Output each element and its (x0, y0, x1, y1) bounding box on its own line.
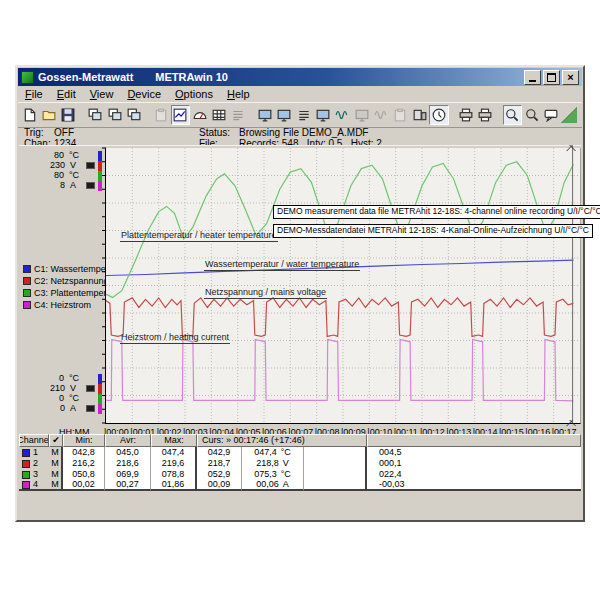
header-cursor: Curs: » 00:17:46 (+17:46) (197, 434, 367, 447)
device-connect-button[interactable] (256, 105, 275, 125)
close-button[interactable]: × (562, 70, 579, 85)
minimize-button[interactable] (524, 70, 541, 85)
scale-row: 80°C (19, 170, 95, 180)
window-arrange-button[interactable] (124, 105, 143, 125)
scale-row: 0°C (19, 393, 95, 403)
cell-avr: 218,6 (105, 458, 151, 469)
header-min: Min: (63, 434, 105, 447)
header-blank (367, 434, 581, 447)
chart-panel: 80°C230V80°C8A C1: Wassertempe.C2: Netzs… (19, 145, 581, 435)
legend-swatch (23, 277, 31, 285)
plot-area[interactable]: Plattentemperatur / heater temperatureWa… (105, 148, 581, 424)
channel-range-bar (98, 171, 102, 181)
cell-spare (304, 458, 367, 469)
cell-cursor-start: 042,9 (197, 447, 242, 458)
print-button[interactable] (456, 105, 475, 125)
close-icon: × (567, 72, 573, 83)
channel-range-bar (98, 161, 102, 171)
minimize-icon (529, 80, 536, 82)
file-open-button[interactable] (39, 105, 58, 125)
device-monitor-button[interactable] (313, 105, 332, 125)
menu-help[interactable]: Help (220, 87, 257, 101)
row-channel-2[interactable]: 2 (19, 458, 49, 469)
legend-c2[interactable]: C2: Netzspannung (23, 275, 109, 287)
zoom-mode-button[interactable] (503, 105, 522, 125)
menu-view[interactable]: View (83, 87, 121, 101)
row-channel-1[interactable]: 1 (19, 447, 49, 458)
colorbar-bottom (98, 374, 102, 414)
window-tile-button[interactable] (105, 105, 124, 125)
cell-delta: 000,1 (367, 458, 455, 469)
toolbar-separator (449, 106, 457, 124)
meter-icon (86, 182, 95, 189)
device-memory-button[interactable] (294, 105, 313, 125)
annotations-button[interactable] (541, 105, 560, 125)
annotation-box[interactable]: DEMO-Messdatendatei METRAhit 12-18S: 4-K… (273, 224, 593, 238)
cell-min: 050,8 (63, 469, 105, 480)
meter-icon (86, 385, 95, 392)
row-channel-4[interactable]: 4 (19, 480, 49, 491)
header-check[interactable]: ✔ (49, 434, 63, 447)
device-upload-button[interactable] (352, 105, 371, 125)
legend-c3[interactable]: C3: Plattentemper. (23, 287, 109, 299)
scales-bottom: 0°C210V0°C0A (19, 373, 95, 413)
cell-max: 219,6 (151, 458, 197, 469)
menu-device[interactable]: Device (120, 87, 168, 101)
cell-unit: V (283, 458, 289, 469)
cell-mode: M (49, 447, 63, 458)
device-multi-button[interactable] (410, 105, 429, 125)
maximize-button[interactable] (543, 70, 560, 85)
cell-min: 042,8 (63, 447, 105, 458)
cell-spare (304, 447, 367, 458)
channel-range-bar (98, 374, 102, 384)
cell-delta: 022,4 (367, 469, 455, 480)
view-multimeter-button[interactable] (190, 105, 209, 125)
meter-icon (86, 405, 95, 412)
menu-edit[interactable]: Edit (50, 87, 83, 101)
legend-c4[interactable]: C4: Heizstrom (23, 299, 109, 311)
device-settings-button[interactable] (275, 105, 294, 125)
print-setup-button[interactable] (476, 105, 495, 125)
device-signal-button[interactable] (333, 105, 352, 125)
cursor-table: Channel✔Min:Avr:Max:Curs: » 00:17:46 (+1… (19, 434, 581, 491)
device-download-button[interactable] (371, 105, 390, 125)
view-statistics-button[interactable] (228, 105, 247, 125)
channel-color-swatch (22, 481, 30, 489)
status-triangle-icon (561, 107, 577, 124)
app-window: Gossen-Metrawatt METRAwin 10 × FileEditV… (15, 65, 585, 522)
copy-button[interactable] (151, 105, 170, 125)
toolbar-separator (144, 106, 152, 124)
scales-top: 80°C230V80°C8A (19, 150, 95, 190)
cell-spare (304, 480, 367, 491)
cell-max: 01,86 (151, 480, 197, 491)
cell-min: 216,2 (63, 458, 105, 469)
maximize-icon (547, 73, 556, 82)
zoom-out-button[interactable] (522, 105, 541, 125)
record-timer-button[interactable] (429, 105, 448, 125)
cell-avr: 069,9 (105, 469, 151, 480)
curve-label: Heizstrom / heating current (120, 332, 230, 344)
menu-options[interactable]: Options (168, 87, 220, 101)
view-table-button[interactable] (209, 105, 228, 125)
channel-color-swatch (22, 471, 30, 479)
file-new-button[interactable] (20, 105, 39, 125)
channel-legend: C1: Wassertempe.C2: NetzspannungC3: Plat… (23, 263, 109, 311)
cell-min: 00,02 (63, 480, 105, 491)
row-channel-3[interactable]: 3 (19, 469, 49, 480)
cell-mode: M (49, 458, 63, 469)
title-bar[interactable]: Gossen-Metrawatt METRAwin 10 × (18, 68, 582, 86)
file-save-button[interactable] (59, 105, 78, 125)
trig-value: OFF (54, 127, 74, 138)
menu-file[interactable]: File (18, 87, 50, 101)
cell-avr: 00,27 (105, 480, 151, 491)
view-chart-button[interactable] (171, 105, 190, 125)
annotation-box[interactable]: DEMO measurement data file METRAhit 12-1… (273, 205, 600, 219)
scale-row: 0A (19, 403, 95, 413)
cell-filler (455, 458, 581, 469)
cell-spare (304, 469, 367, 480)
legend-c1[interactable]: C1: Wassertempe. (23, 263, 109, 275)
window-cascade-button[interactable] (86, 105, 105, 125)
cell-unit: °C (281, 447, 291, 458)
channel-range-bar (98, 394, 102, 404)
device-clear-button[interactable] (391, 105, 410, 125)
